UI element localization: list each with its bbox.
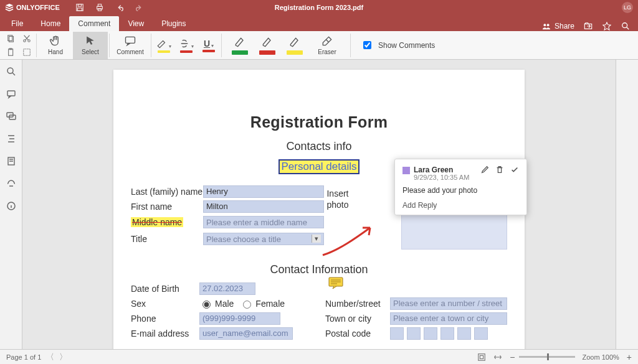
svg-point-7 [547,24,550,26]
field-last-name[interactable]: Henry [203,185,324,198]
zoom-label[interactable]: Zoom 100% [583,353,619,361]
comment-body: Please add your photo [402,186,519,195]
svg-rect-5 [98,9,101,11]
label-first-name: First name [131,202,203,212]
eraser-button[interactable]: Eraser [312,35,343,55]
marker-green[interactable] [229,36,250,55]
prev-page-icon[interactable]: 〈 [46,352,54,363]
paste-icon[interactable] [6,47,16,58]
field-number-street[interactable]: Please enter a number / street [390,297,507,310]
strikeout-swatch[interactable]: ▾ [175,38,198,53]
show-comments-toggle[interactable]: Show Comments [361,39,435,51]
field-phone[interactable]: (999)999-9999 [199,312,280,325]
chat-icon[interactable] [6,111,17,122]
undo-icon[interactable] [115,2,125,12]
svg-rect-14 [8,49,12,55]
svg-point-6 [543,24,546,26]
radio-female[interactable]: Female [240,299,285,309]
status-bar: Page 1 of 1 〈 〉 − Zoom 100% + [0,349,638,364]
field-email[interactable]: user_name@email.com [199,327,293,340]
tab-view[interactable]: View [119,16,153,31]
headings-icon[interactable] [6,133,17,144]
left-sidebar [0,60,22,349]
copy-icon[interactable] [6,33,16,44]
fit-page-icon[interactable] [477,353,486,362]
print-icon[interactable] [95,2,105,12]
zoom-out-icon[interactable]: − [510,352,515,362]
hand-tool-button[interactable]: Hand [38,32,73,59]
cut-icon[interactable] [22,33,31,44]
svg-rect-26 [480,355,483,358]
thumbnails-icon[interactable] [6,156,17,167]
app-logo: ONLYOFFICE [5,3,60,12]
highlight-markers: Eraser [223,35,349,55]
page-title: Registration Form [131,113,507,131]
save-icon[interactable] [75,2,85,12]
tab-file[interactable]: File [2,16,32,31]
label-number-street: Number/street [325,299,390,309]
svg-rect-19 [7,91,15,96]
comment-date: 9/29/23, 10:35 AM [414,174,469,181]
feedback-icon[interactable] [6,178,17,189]
favorite-icon[interactable] [602,21,612,31]
show-comments-checkbox[interactable] [363,41,371,49]
share-label: Share [555,22,574,30]
label-insert-photo: Insertphoto [319,188,356,210]
comment-reply-input[interactable]: Add Reply [402,198,519,210]
ribbon-toolbar: Hand Select Comment ▾ ▾ U ▾ [0,31,638,60]
app-name: ONLYOFFICE [16,4,60,11]
zoom-in-icon[interactable]: + [627,352,632,362]
field-postal[interactable] [390,327,488,340]
find-icon[interactable] [6,66,17,77]
marker-yellow[interactable] [284,36,305,55]
label-email: E-mail address [131,329,199,338]
eraser-label: Eraser [318,49,336,55]
radio-male[interactable]: Male [199,299,234,309]
tab-home[interactable]: Home [32,16,69,31]
document-title: Registration Form 2023.pdf [275,4,363,11]
delete-comment-icon[interactable] [495,166,504,174]
label-middle-name: Middle name [131,217,183,227]
next-page-icon[interactable]: 〉 [59,352,67,363]
tab-comment[interactable]: Comment [69,16,119,31]
comment-button[interactable]: Comment [111,32,150,59]
menu-bar: File Home Comment View Plugins Share [0,15,638,31]
fit-width-icon[interactable] [493,353,502,362]
highlight-swatch-1[interactable]: ▾ [153,38,175,53]
open-location-icon[interactable] [583,21,593,31]
svg-rect-4 [98,4,101,7]
field-town[interactable]: Please enter a town or city [390,312,507,325]
comment-color-swatch [402,167,410,174]
about-icon[interactable] [6,200,17,212]
edit-comment-icon[interactable] [480,166,489,174]
tab-plugins[interactable]: Plugins [153,16,194,31]
label-last-name: Last (family) name [131,187,203,197]
search-icon[interactable] [621,21,631,31]
label-dob: Date of Birth [131,284,199,294]
page-indicator: Page 1 of 1 [6,353,41,361]
comment-marker-icon[interactable] [328,277,343,289]
select-label: Select [82,49,99,55]
section-personal-details[interactable]: Personal details [280,161,359,173]
document-canvas[interactable]: Registration Form Contacts info Personal… [22,60,616,349]
field-title[interactable]: Please choose a title [203,233,324,245]
comments-panel-icon[interactable] [6,88,17,100]
svg-rect-17 [126,37,135,43]
marker-red[interactable] [257,36,278,55]
share-button[interactable]: Share [542,22,574,30]
field-first-name[interactable]: Milton [203,200,324,213]
user-avatar[interactable]: LG [622,2,633,13]
label-phone: Phone [131,314,199,324]
underline-swatch[interactable]: U ▾ [198,39,220,52]
right-sidebar [616,60,638,349]
resolve-comment-icon[interactable] [510,166,519,174]
comment-author: Lara Green [414,166,469,174]
field-dob[interactable]: 27.02.2023 [199,282,255,295]
svg-rect-25 [478,353,485,360]
select-tool-button[interactable]: Select [73,32,108,59]
field-middle-name[interactable]: Please enter a middle name [203,216,324,228]
label-sex: Sex [131,299,199,309]
redo-icon[interactable] [135,2,145,12]
select-all-icon[interactable] [22,47,31,58]
zoom-slider[interactable]: − [510,352,574,362]
